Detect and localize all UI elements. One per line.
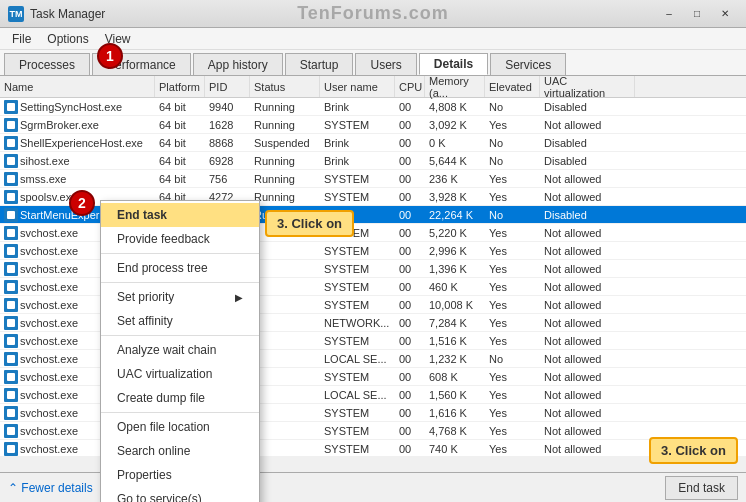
table-cell: Not allowed xyxy=(540,119,635,131)
table-cell: Not allowed xyxy=(540,371,635,383)
table-row[interactable]: SgrmBroker.exe64 bit1628RunningSYSTEM003… xyxy=(0,116,746,134)
table-cell: Yes xyxy=(485,407,540,419)
context-menu-item[interactable]: Provide feedback xyxy=(101,227,259,251)
table-cell: Not allowed xyxy=(540,281,635,293)
table-cell: Yes xyxy=(485,227,540,239)
col-header-memory[interactable]: Memory (a... xyxy=(425,76,485,97)
close-button[interactable]: ✕ xyxy=(712,3,738,25)
col-header-pid[interactable]: PID xyxy=(205,76,250,97)
table-cell: Not allowed xyxy=(540,173,635,185)
tab-startup[interactable]: Startup xyxy=(285,53,354,75)
process-icon xyxy=(4,442,18,456)
table-row[interactable]: ShellExperienceHost.exe64 bit8868Suspend… xyxy=(0,134,746,152)
cell-name: SgrmBroker.exe xyxy=(0,118,155,132)
menu-file[interactable]: File xyxy=(4,30,39,48)
svg-rect-11 xyxy=(7,301,15,309)
table-cell: 64 bit xyxy=(155,137,205,149)
table-row[interactable]: smss.exe64 bit756RunningSYSTEM00236 KYes… xyxy=(0,170,746,188)
maximize-button[interactable]: □ xyxy=(684,3,710,25)
table-cell: Yes xyxy=(485,119,540,131)
table-cell: 5,220 K xyxy=(425,227,485,239)
end-task-label: End task xyxy=(678,481,725,495)
table-cell: Yes xyxy=(485,425,540,437)
table-cell: 9940 xyxy=(205,101,250,113)
col-header-uac[interactable]: UAC virtualization xyxy=(540,76,635,97)
table-cell: Not allowed xyxy=(540,227,635,239)
table-cell: 00 xyxy=(395,389,425,401)
context-menu-item[interactable]: Properties xyxy=(101,463,259,487)
table-cell: 00 xyxy=(395,209,425,221)
context-menu-item[interactable]: End task xyxy=(101,203,259,227)
table-cell: Yes xyxy=(485,173,540,185)
table-cell: SYSTEM xyxy=(320,425,395,437)
table-cell: 00 xyxy=(395,173,425,185)
table-cell: 00 xyxy=(395,443,425,455)
callout-bottom-right: 3. Click on xyxy=(649,437,738,464)
table-cell: Yes xyxy=(485,389,540,401)
context-menu-item[interactable]: Create dump file xyxy=(101,386,259,410)
context-menu-separator xyxy=(101,253,259,254)
process-icon xyxy=(4,208,18,222)
col-header-platform[interactable]: Platform xyxy=(155,76,205,97)
tab-details[interactable]: Details xyxy=(419,53,488,75)
svg-rect-15 xyxy=(7,373,15,381)
context-menu-item[interactable]: End process tree xyxy=(101,256,259,280)
context-menu-item[interactable]: Search online xyxy=(101,439,259,463)
context-menu-item[interactable]: Open file location xyxy=(101,415,259,439)
cell-name: sihost.exe xyxy=(0,154,155,168)
table-cell: Not allowed xyxy=(540,317,635,329)
svg-rect-16 xyxy=(7,391,15,399)
table-cell: 3,928 K xyxy=(425,191,485,203)
title-bar: TM Task Manager TenForums.com – □ ✕ xyxy=(0,0,746,28)
col-header-username[interactable]: User name xyxy=(320,76,395,97)
context-menu-item[interactable]: Analyze wait chain xyxy=(101,338,259,362)
table-cell: Brink xyxy=(320,137,395,149)
table-row[interactable]: sihost.exe64 bit6928RunningBrink005,644 … xyxy=(0,152,746,170)
table-cell: 6928 xyxy=(205,155,250,167)
table-cell: 00 xyxy=(395,353,425,365)
process-icon xyxy=(4,334,18,348)
table-cell: 756 xyxy=(205,173,250,185)
table-cell: Not allowed xyxy=(540,353,635,365)
svg-rect-0 xyxy=(7,103,15,111)
context-menu-item[interactable]: Set priority▶ xyxy=(101,285,259,309)
table-row[interactable]: SettingSyncHost.exe64 bit9940RunningBrin… xyxy=(0,98,746,116)
table-cell: LOCAL SE... xyxy=(320,353,395,365)
table-cell: No xyxy=(485,155,540,167)
svg-rect-10 xyxy=(7,283,15,291)
svg-rect-7 xyxy=(7,229,15,237)
tab-users[interactable]: Users xyxy=(355,53,416,75)
col-header-cpu[interactable]: CPU xyxy=(395,76,425,97)
table-cell: Running xyxy=(250,173,320,185)
process-icon xyxy=(4,424,18,438)
submenu-arrow-icon: ▶ xyxy=(235,292,243,303)
table-cell: Running xyxy=(250,119,320,131)
end-task-button[interactable]: End task xyxy=(665,476,738,500)
fewer-details-button[interactable]: ⌃ Fewer details xyxy=(8,481,93,495)
context-menu-item[interactable]: UAC virtualization xyxy=(101,362,259,386)
col-header-elevated[interactable]: Elevated xyxy=(485,76,540,97)
menu-options[interactable]: Options xyxy=(39,30,96,48)
tab-processes[interactable]: Processes xyxy=(4,53,90,75)
table-cell: SYSTEM xyxy=(320,299,395,311)
table-cell: 1,232 K xyxy=(425,353,485,365)
minimize-button[interactable]: – xyxy=(656,3,682,25)
tab-app-history[interactable]: App history xyxy=(193,53,283,75)
table-cell: Running xyxy=(250,191,320,203)
table-cell: 3,092 K xyxy=(425,119,485,131)
context-menu-item[interactable]: Go to service(s) xyxy=(101,487,259,502)
col-header-status[interactable]: Status xyxy=(250,76,320,97)
table-cell: Not allowed xyxy=(540,245,635,257)
tab-services[interactable]: Services xyxy=(490,53,566,75)
col-header-name[interactable]: Name xyxy=(0,76,155,97)
table-cell: 0 K xyxy=(425,137,485,149)
table-cell: Yes xyxy=(485,443,540,455)
context-menu-item[interactable]: Set affinity xyxy=(101,309,259,333)
svg-rect-18 xyxy=(7,427,15,435)
table-cell: Suspended xyxy=(250,137,320,149)
table-cell: Yes xyxy=(485,317,540,329)
table-cell: Yes xyxy=(485,371,540,383)
table-cell: Brink xyxy=(320,101,395,113)
table-cell: SYSTEM xyxy=(320,173,395,185)
context-menu: End taskProvide feedbackEnd process tree… xyxy=(100,200,260,502)
